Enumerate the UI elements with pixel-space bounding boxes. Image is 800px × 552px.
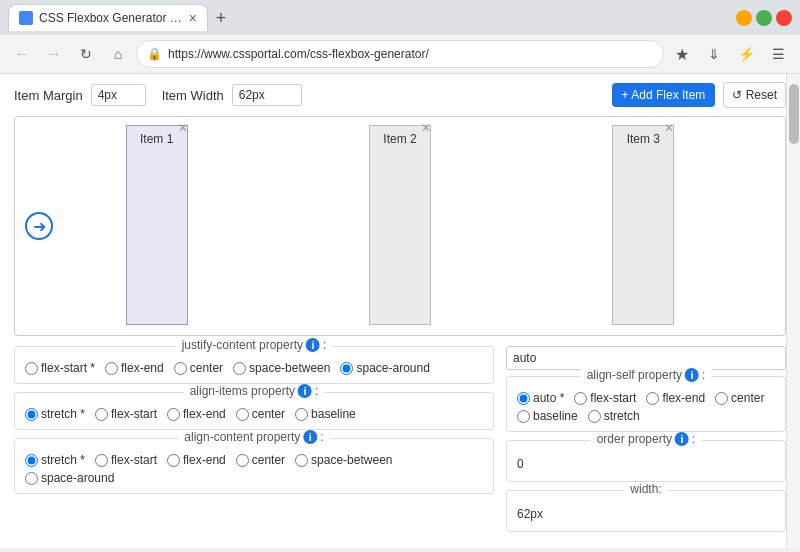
home-button[interactable]: ⌂: [104, 40, 132, 68]
ai-stretch[interactable]: stretch *: [25, 407, 85, 421]
order-section: order property i :: [506, 440, 786, 482]
tab-favicon: [19, 11, 33, 25]
item-margin-label: Item Margin: [14, 88, 83, 103]
item2-box: Item 2: [369, 125, 431, 325]
as-baseline[interactable]: baseline: [517, 409, 578, 423]
browser-tab[interactable]: CSS Flexbox Generator - CSS P... ×: [8, 4, 208, 31]
new-tab-button[interactable]: +: [208, 5, 234, 31]
ac-flex-end[interactable]: flex-end: [167, 453, 226, 467]
item3-close[interactable]: ✕: [664, 121, 674, 135]
item2-close[interactable]: ✕: [421, 121, 431, 135]
align-self-info-icon[interactable]: i: [685, 368, 699, 382]
jc-space-around[interactable]: space-around: [340, 361, 429, 375]
jc-space-between[interactable]: space-between: [233, 361, 330, 375]
align-self-section: align-self property i : auto * flex-star…: [506, 376, 786, 432]
align-items-title: align-items property i :: [184, 384, 325, 398]
ac-space-around[interactable]: space-around: [25, 471, 114, 485]
item-margin-input[interactable]: [91, 84, 146, 106]
reload-button[interactable]: ↻: [72, 40, 100, 68]
as-center[interactable]: center: [715, 391, 764, 405]
extensions-button[interactable]: ⚡: [732, 40, 760, 68]
bookmark-button[interactable]: ★: [668, 40, 696, 68]
item1-close[interactable]: ✕: [178, 121, 188, 135]
jc-flex-start[interactable]: flex-start *: [25, 361, 95, 375]
preview-item-1: ✕ Item 1: [126, 125, 188, 327]
item3-box: Item 3: [612, 125, 674, 325]
as-stretch[interactable]: stretch: [588, 409, 640, 423]
minimize-button[interactable]: [736, 10, 752, 26]
justify-content-section: justify-content property i : flex-start …: [14, 346, 494, 384]
preview-item-3: ✕ Item 3: [612, 125, 674, 327]
reset-button[interactable]: ↺ Reset: [723, 82, 786, 108]
align-items-radios: stretch * flex-start flex-end center bas…: [25, 407, 483, 421]
width-input[interactable]: [517, 505, 775, 523]
align-self-row1: auto * flex-start flex-end center: [517, 391, 775, 405]
auto-input[interactable]: [506, 346, 786, 370]
ac-flex-start[interactable]: flex-start: [95, 453, 157, 467]
ai-baseline[interactable]: baseline: [295, 407, 356, 421]
tab-title: CSS Flexbox Generator - CSS P...: [39, 11, 183, 25]
as-flex-start[interactable]: flex-start: [574, 391, 636, 405]
lock-icon: 🔒: [147, 47, 162, 61]
order-info-icon[interactable]: i: [675, 432, 689, 446]
width-title: width:: [624, 482, 667, 496]
tab-close-btn[interactable]: ×: [189, 10, 197, 26]
jc-center[interactable]: center: [174, 361, 223, 375]
item-width-label: Item Width: [162, 88, 224, 103]
nav-arrow[interactable]: ➜: [25, 212, 53, 240]
align-self-row2: baseline stretch: [517, 409, 775, 423]
url-input[interactable]: [168, 47, 653, 61]
scrollbar[interactable]: [786, 74, 800, 548]
address-bar[interactable]: 🔒: [136, 40, 664, 68]
jc-flex-end[interactable]: flex-end: [105, 361, 164, 375]
toolbar: Item Margin Item Width + Add Flex Item ↺…: [14, 82, 786, 108]
forward-button[interactable]: →: [40, 40, 68, 68]
ac-space-between[interactable]: space-between: [295, 453, 392, 467]
justify-content-radios: flex-start * flex-end center space-betwe…: [25, 361, 483, 375]
width-section: width:: [506, 490, 786, 532]
align-content-section: align-content property i : stretch * fle…: [14, 438, 494, 494]
align-content-radios: stretch * flex-start flex-end center spa…: [25, 453, 483, 467]
download-button[interactable]: ⇓: [700, 40, 728, 68]
ac-stretch[interactable]: stretch *: [25, 453, 85, 467]
justify-info-icon[interactable]: i: [306, 338, 320, 352]
item1-box: Item 1: [126, 125, 188, 325]
maximize-button[interactable]: [756, 10, 772, 26]
preview-item-2: ✕ Item 2: [369, 125, 431, 327]
add-flex-button[interactable]: + Add Flex Item: [612, 83, 716, 107]
ai-flex-end[interactable]: flex-end: [167, 407, 226, 421]
ai-flex-start[interactable]: flex-start: [95, 407, 157, 421]
ac-center[interactable]: center: [236, 453, 285, 467]
align-content-title: align-content property i :: [178, 430, 329, 444]
align-items-section: align-items property i : stretch * flex-…: [14, 392, 494, 430]
ai-center[interactable]: center: [236, 407, 285, 421]
justify-content-title: justify-content property i :: [176, 338, 333, 352]
item-width-input[interactable]: [232, 84, 302, 106]
close-window-button[interactable]: [776, 10, 792, 26]
align-self-title: align-self property i :: [581, 368, 712, 382]
order-input[interactable]: [517, 455, 775, 473]
back-button[interactable]: ←: [8, 40, 36, 68]
align-items-info-icon[interactable]: i: [298, 384, 312, 398]
as-flex-end[interactable]: flex-end: [646, 391, 705, 405]
order-title: order property i :: [591, 432, 702, 446]
as-auto[interactable]: auto *: [517, 391, 564, 405]
profile-button[interactable]: ☰: [764, 40, 792, 68]
flex-preview: ➜ ✕ Item 1 ✕ Item 2 ✕ Item 3: [14, 116, 786, 336]
align-content-info-icon[interactable]: i: [303, 430, 317, 444]
